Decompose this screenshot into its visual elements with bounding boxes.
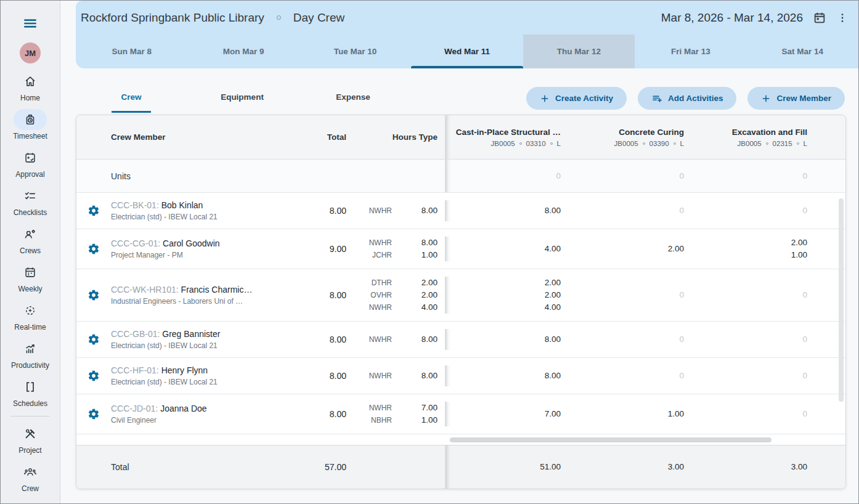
row-settings-button[interactable] — [76, 243, 111, 255]
activity-hours-cell[interactable]: 0 — [693, 289, 816, 301]
crew-title: Day Crew — [293, 11, 344, 25]
crew-member-info: CCC-GB-01: Greg BannisterElectrician (st… — [111, 329, 272, 350]
hours-type-code: JCHR — [346, 249, 392, 261]
sidebar-item-crew[interactable]: Crew — [1, 461, 60, 500]
menu-icon[interactable] — [22, 15, 39, 31]
day-tab-tue-mar-10[interactable]: Tue Mar 10 — [299, 35, 411, 68]
gear-icon — [88, 205, 100, 217]
units-cell[interactable]: 0 — [569, 170, 693, 182]
add-activities-button[interactable]: Add Activities — [638, 87, 737, 110]
avatar[interactable]: JM — [20, 43, 41, 63]
tools-icon — [14, 423, 47, 444]
day-tab-wed-mar-11[interactable]: Wed Mar 11 — [411, 35, 523, 68]
button-label: Create Activity — [555, 94, 613, 103]
sidebar-item-label: Checklists — [14, 208, 47, 217]
crew-member-button[interactable]: Crew Member — [747, 87, 845, 110]
activity-hours-value: 0 — [569, 205, 684, 217]
activity-hours-cell[interactable]: 0 — [569, 333, 693, 346]
day-tab-sun-mar-8[interactable]: Sun Mar 8 — [76, 35, 187, 68]
kebab-menu-icon[interactable] — [836, 12, 849, 24]
activity-hours-cell[interactable]: 2.002.004.00 — [446, 277, 569, 314]
row-settings-button[interactable] — [76, 289, 111, 301]
tab-crew[interactable]: Crew — [76, 81, 187, 113]
activity-hours-cell[interactable]: 0 — [693, 333, 816, 346]
activity-job-code: JB0005 — [491, 140, 515, 147]
activity-hours-cell[interactable]: 8.00 — [446, 205, 569, 217]
hours-type-code: NBHR — [346, 414, 392, 426]
activity-hours-cell[interactable]: 8.00 — [446, 333, 569, 346]
day-tab-mon-mar-9[interactable]: Mon Mar 9 — [187, 35, 299, 68]
hours-type-value: 8.00 — [392, 237, 438, 249]
calendar-icon[interactable] — [813, 11, 826, 25]
sidebar-item-home[interactable]: Home — [1, 71, 60, 109]
day-tab-fri-mar-13[interactable]: Fri Mar 13 — [635, 35, 746, 68]
units-cell[interactable]: 0 — [693, 170, 816, 182]
hours-type-code: NWHR — [346, 237, 392, 249]
crew-row-left: CCC-HF-01: Henry FlynnElectrician (std) … — [76, 365, 445, 386]
sidebar-item-timesheet[interactable]: Timesheet — [1, 109, 60, 147]
activity-hours-cell[interactable]: 0 — [693, 408, 816, 420]
activity-hours-value: 7.00 — [446, 408, 561, 420]
hours-line: NWHR7.00 — [346, 402, 438, 414]
sidebar-divider — [10, 416, 50, 417]
activity-hours-cell[interactable]: 0 — [569, 289, 693, 301]
tab-expense[interactable]: Expense — [298, 81, 409, 113]
row-settings-button[interactable] — [76, 408, 111, 420]
activity-total-value: 3.00 — [569, 461, 684, 473]
sidebar-item-project[interactable]: Project — [1, 423, 60, 461]
activity-hours-cell[interactable]: 7.00 — [446, 408, 569, 420]
vertical-scrollbar[interactable] — [839, 198, 844, 402]
row-total-value: 8.00 — [272, 409, 346, 419]
hours-line: DTHR2.00 — [346, 277, 438, 289]
sidebar-item-schedules[interactable]: Schedules — [1, 376, 60, 415]
sidebar-item-weekly[interactable]: Weekly — [1, 262, 60, 300]
separator-dot — [674, 142, 676, 145]
row-total-value: 8.00 — [272, 335, 346, 344]
sidebar-item-checklists[interactable]: Checklists — [1, 185, 60, 224]
activity-category: L — [804, 140, 807, 147]
tab-equipment[interactable]: Equipment — [187, 81, 298, 113]
activity-name: Concrete Curing — [569, 128, 684, 137]
units-row-left: Units — [76, 160, 445, 192]
gear-icon — [88, 333, 100, 346]
day-tab-sat-mar-14[interactable]: Sat Mar 14 — [747, 35, 858, 68]
create-activity-button[interactable]: Create Activity — [526, 87, 627, 110]
sidebar-item-crews[interactable]: Crews — [1, 224, 60, 262]
units-cell[interactable]: 0 — [446, 170, 569, 182]
activity-hours-cell[interactable]: 8.00 — [446, 370, 569, 382]
activity-hours-cell[interactable]: 2.001.00 — [693, 237, 816, 261]
horizontal-scrollbar[interactable] — [450, 437, 771, 442]
groups-icon — [14, 461, 47, 482]
hours-type-cell: NWHR8.00 — [346, 205, 438, 217]
activity-column-header[interactable]: Cast-in-Place Structural …JB000503310L — [446, 128, 569, 147]
hours-line: JCHR1.00 — [346, 249, 438, 261]
activity-hours-cell[interactable]: 0 — [693, 370, 816, 382]
activity-column-header[interactable]: Concrete CuringJB000503390L — [569, 128, 693, 147]
activity-hours-cell[interactable]: 2.00 — [569, 243, 693, 255]
row-settings-button[interactable] — [76, 370, 111, 382]
toolbar: CrewEquipmentExpense Create ActivityAdd … — [76, 81, 845, 113]
hours-type-cell: NWHR8.00 — [346, 333, 438, 346]
row-settings-button[interactable] — [76, 333, 111, 346]
activity-hours-cell[interactable]: 4.00 — [446, 243, 569, 255]
row-settings-button[interactable] — [76, 205, 111, 217]
plus-icon — [540, 94, 550, 104]
crew-row-right: 8.0000 — [445, 329, 845, 350]
sidebar-item-real-time[interactable]: Real-time — [1, 300, 60, 338]
activity-hours-value: 0 — [569, 370, 684, 382]
header-right: Mar 8, 2026 - Mar 14, 2026 — [661, 11, 849, 25]
activity-hours-cell[interactable]: 0 — [569, 370, 693, 382]
sidebar-item-productivity[interactable]: Productivity — [1, 338, 60, 376]
activity-hours-value: 8.00 — [446, 370, 561, 382]
hours-type-code: NWHR — [346, 205, 392, 217]
activity-column-header[interactable]: Excavation and FillJB000502315L — [693, 128, 816, 147]
activity-hours-cell[interactable]: 1.00 — [569, 408, 693, 420]
activity-hours-value: 0 — [693, 333, 807, 346]
day-tab-thu-mar-12[interactable]: Thu Mar 12 — [523, 35, 635, 68]
activity-hours-cell[interactable]: 0 — [693, 205, 816, 217]
activity-total-value: 51.00 — [446, 461, 561, 473]
separator-dot — [643, 142, 645, 145]
activity-hours-cell[interactable]: 0 — [569, 205, 693, 217]
sidebar-item-approval[interactable]: Approval — [1, 147, 60, 185]
crew-member-info: CCC-CG-01: Carol GoodwinProject Manager … — [111, 238, 272, 259]
